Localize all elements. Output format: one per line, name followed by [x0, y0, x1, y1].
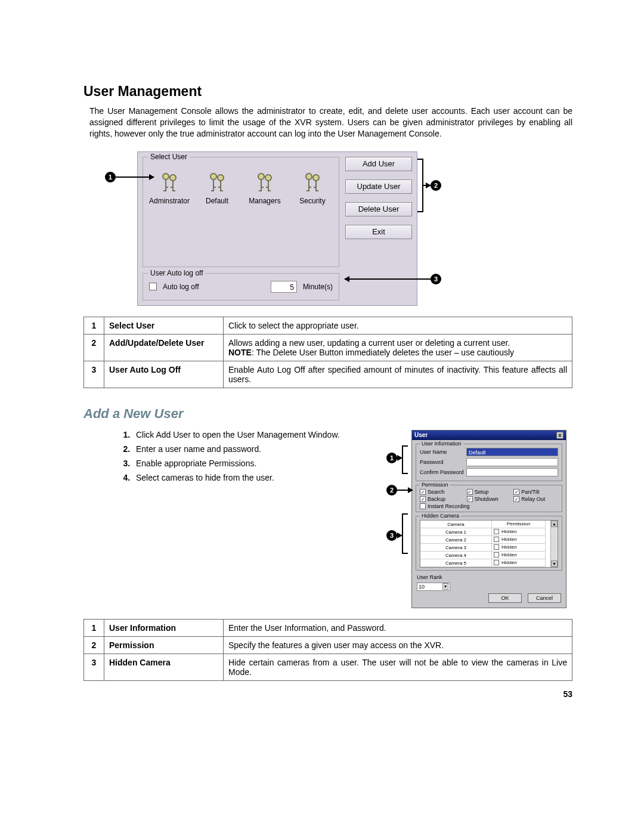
user-item-default[interactable]: Default	[196, 171, 239, 205]
auto-logoff-unit: Minute(s)	[303, 283, 333, 291]
desc-body: Specify the features a given user may ac…	[224, 636, 572, 654]
table-row: 3 User Auto Log Off Enable Auto Log Off …	[84, 361, 572, 388]
desc-num: 3	[84, 654, 104, 680]
callout-3b-badge: 3	[386, 530, 397, 541]
close-icon[interactable]: ×	[556, 432, 564, 439]
username-label: User Name	[420, 449, 466, 455]
keys-icon	[205, 171, 229, 194]
perm-setup[interactable]: ✓Setup	[467, 489, 512, 495]
section-label: Hidden Camera	[420, 513, 461, 519]
camera-table: ▲ ▼ Camera Permission Camera 1Hidden Cam…	[420, 520, 558, 568]
keys-icon	[157, 171, 181, 194]
hidden-checkbox[interactable]	[494, 544, 499, 550]
user-dialog: User × User Information User Name Defaul…	[411, 430, 566, 608]
heading-add-new-user: Add a New User	[83, 406, 572, 422]
hidden-checkbox[interactable]	[494, 537, 499, 542]
steps-list: Click Add User to open the User Manageme…	[119, 430, 371, 487]
table-row: 2 Add/Update/Delete User Allows adding a…	[84, 334, 572, 361]
page-number: 53	[563, 689, 572, 699]
user-item-label: Adminstrator	[149, 197, 190, 205]
list-item: Enter a user name and password.	[132, 444, 371, 454]
callout-3b-bracket	[402, 513, 408, 554]
scrollbar[interactable]: ▲ ▼	[550, 521, 558, 567]
user-item-security[interactable]: Security	[291, 171, 334, 205]
hidden-camera-section: Hidden Camera ▲ ▼ Camera Permission Came…	[416, 516, 562, 571]
callout-1-arrow	[116, 176, 154, 178]
section-label: Permission	[420, 482, 450, 488]
perm-backup[interactable]: ✓Backup	[420, 496, 465, 502]
cancel-button[interactable]: Cancel	[528, 593, 561, 603]
desc-num: 2	[84, 334, 104, 361]
permission-col-header: Permission	[492, 521, 546, 528]
svg-point-4	[258, 174, 264, 179]
user-rank-select[interactable]: 10 ▾	[417, 583, 450, 591]
desc-label: Permission	[104, 636, 224, 654]
ok-button[interactable]: OK	[488, 593, 522, 603]
user-item-managers[interactable]: Managers	[243, 171, 286, 205]
desc-num: 3	[84, 361, 104, 388]
password-input[interactable]	[466, 458, 558, 466]
confirm-password-label: Confirm Password	[420, 469, 466, 475]
svg-point-2	[210, 174, 216, 179]
user-rank-row: User Rank	[417, 574, 561, 580]
select-user-legend: Select User	[148, 153, 190, 161]
desc-num: 2	[84, 636, 104, 654]
camera-col-header: Camera	[420, 521, 492, 528]
description-table-1: 1 Select User Click to select the approp…	[83, 317, 572, 388]
hidden-checkbox[interactable]	[494, 529, 499, 534]
auto-logoff-checkbox[interactable]	[149, 283, 157, 290]
svg-point-1	[170, 175, 176, 181]
desc-body: Click to select the appropriate user.	[224, 317, 572, 334]
list-item: Enable appropriate Permissions.	[132, 459, 371, 468]
auto-logoff-label: Auto log off	[163, 283, 199, 291]
user-item-label: Security	[299, 197, 325, 205]
hidden-checkbox[interactable]	[494, 560, 499, 565]
auto-logoff-legend: User Auto log off	[148, 269, 206, 277]
description-table-2: 1 User Information Enter the User Inform…	[83, 619, 572, 681]
add-user-button[interactable]: Add User	[345, 157, 412, 171]
desc-body: Hide certain cameras from a user. The us…	[224, 654, 572, 680]
table-row: 3 Hidden Camera Hide certain cameras fro…	[84, 654, 572, 680]
keys-icon	[253, 171, 277, 194]
auto-logoff-fieldset: User Auto log off Auto log off 5 Minute(…	[143, 273, 339, 301]
perm-search[interactable]: ✓Search	[420, 489, 465, 495]
chevron-down-icon: ▾	[442, 583, 448, 590]
scroll-down-icon[interactable]: ▼	[551, 561, 558, 567]
callout-2-badge: 2	[431, 180, 441, 191]
delete-user-button[interactable]: Delete User	[345, 202, 412, 216]
user-item-label: Managers	[249, 197, 280, 205]
username-input[interactable]: Default	[466, 448, 558, 456]
figure-select-user-dialog: 1 2 3 Select User Adminstrator	[107, 151, 572, 306]
perm-instant-recording[interactable]: Instant Recording	[420, 503, 558, 509]
callout-1b-badge: 1	[386, 453, 397, 463]
svg-point-0	[163, 174, 169, 179]
desc-body: Enter the User Information, and Password…	[224, 619, 572, 636]
callout-3-badge: 3	[431, 274, 441, 284]
callout-2b-arrow	[397, 490, 413, 491]
callout-1-badge: 1	[105, 172, 116, 182]
user-dialog-titlebar: User ×	[412, 431, 566, 440]
svg-point-5	[265, 175, 271, 181]
permission-section: Permission ✓Search ✓Setup ✓Pan/Tilt ✓Bac…	[416, 485, 562, 512]
svg-point-7	[313, 175, 319, 181]
table-row: Camera 2Hidden	[420, 536, 558, 544]
desc-label: User Information	[104, 619, 224, 636]
hidden-checkbox[interactable]	[494, 552, 499, 558]
desc-num: 1	[84, 317, 104, 334]
callout-3-arrow	[345, 278, 432, 280]
perm-relay[interactable]: ✓Relay Out	[513, 496, 558, 502]
confirm-password-input[interactable]	[466, 468, 558, 476]
desc-num: 1	[84, 619, 104, 636]
user-information-section: User Information User Name Default Passw…	[416, 444, 562, 481]
auto-logoff-minutes-input[interactable]: 5	[271, 281, 297, 293]
keys-icon	[301, 171, 324, 194]
update-user-button[interactable]: Update User	[345, 179, 412, 194]
scroll-up-icon[interactable]: ▲	[551, 521, 558, 527]
perm-pantilt[interactable]: ✓Pan/Tilt	[513, 489, 558, 495]
table-row: Camera 4Hidden	[420, 552, 558, 559]
user-item-label: Default	[206, 197, 228, 205]
exit-button[interactable]: Exit	[345, 225, 412, 239]
perm-shutdown[interactable]: ✓Shutdown	[467, 496, 512, 502]
note-label: NOTE	[228, 348, 252, 357]
table-row: 2 Permission Specify the features a give…	[84, 636, 572, 654]
